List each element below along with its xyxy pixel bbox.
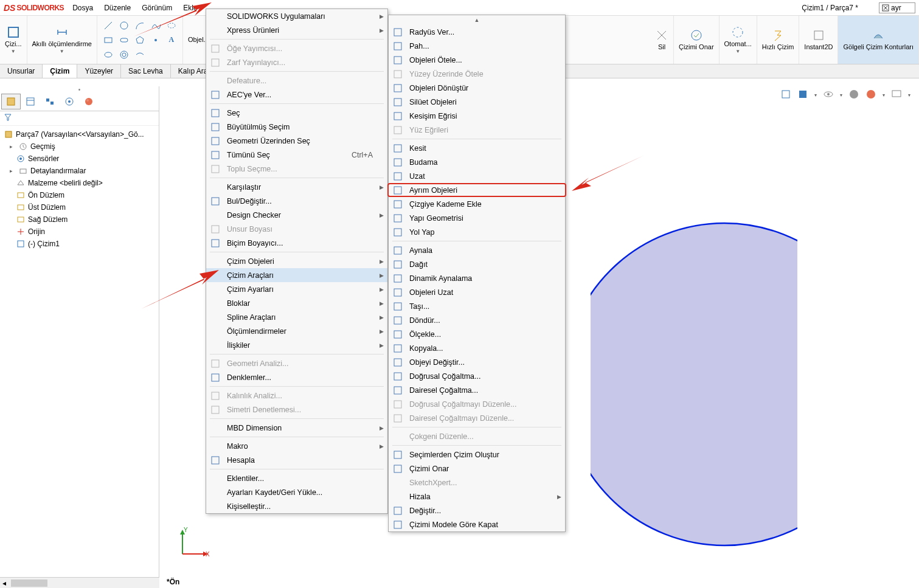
menu-item-ta[interactable]: Taşı... [389, 299, 565, 313]
menu-item-mbd-dimension[interactable]: MBD Dimension▶ [206, 421, 387, 435]
menu-item-d-nd-r[interactable]: Döndür... [389, 313, 565, 327]
filter-icon[interactable] [4, 113, 12, 122]
menu-item-do-rusal-o-altma[interactable]: Doğrusal Çoğaltma... [389, 369, 565, 383]
tree-right-plane[interactable]: Sağ Düzlem [1, 213, 158, 226]
slot-icon[interactable] [117, 33, 131, 47]
menu-item-xpress-r-nleri[interactable]: Xpress Ürünleri▶ [206, 23, 387, 37]
menu-item-ayr-m-objeleri[interactable]: Ayrım Objeleri [387, 183, 566, 197]
menu-file[interactable]: Dosya [72, 4, 93, 12]
panel-tab-property[interactable] [21, 94, 40, 109]
menu-item-kopyala[interactable]: Kopyala... [389, 341, 565, 355]
tab-sketch[interactable]: Çizim [43, 64, 77, 78]
tab-surfaces[interactable]: Yüzeyler [77, 64, 121, 78]
tool-smart-dimension[interactable]: Akıllı ölçümlendirme ▼ [27, 16, 97, 64]
tool-quick[interactable]: Hızlı Çizim [757, 16, 800, 64]
menu-item-objeleri-d-n-t-r[interactable]: Objeleri Dönüştür [389, 81, 565, 95]
tree-sensors[interactable]: Sensörler [1, 153, 158, 165]
tool-delete[interactable]: Sil [650, 16, 674, 64]
menu-item-dairesel-o-altma[interactable]: Dairesel Çoğaltma... [389, 383, 565, 397]
menu-item-bloklar[interactable]: Bloklar▶ [206, 296, 387, 310]
menu-item-geometri-zerinden-se[interactable]: Geometri Üzerinden Seç [206, 134, 387, 148]
panel-tab-dimxpert[interactable] [60, 94, 79, 109]
menu-item-izimi-onar[interactable]: Çizimi Onar [389, 462, 565, 476]
menu-item-aec-ye-ver[interactable]: AEC'ye Ver... [206, 88, 387, 102]
view-screen-icon[interactable] [891, 89, 902, 102]
tool-instant2d[interactable]: Instant2D [799, 16, 838, 64]
menu-item-hizala[interactable]: Hizala▶ [389, 489, 565, 503]
tab-features[interactable]: Unsurlar [0, 64, 43, 78]
menu-item-b-y-t-lm-se-im[interactable]: Büyütülmüş Seçim [206, 120, 387, 134]
menu-item-ayarlar-kaydet-geri-y-kle[interactable]: Ayarları Kaydet/Geri Yükle... [206, 485, 387, 499]
tree-sketch1[interactable]: (-) Çizim1 [1, 238, 158, 250]
ring-icon[interactable] [117, 48, 131, 61]
rect-icon[interactable] [101, 33, 116, 47]
menu-item-budama[interactable]: Budama [389, 155, 565, 169]
menu-scroll-up[interactable]: ▲ [389, 15, 565, 25]
menu-item-l-mlendirmeler[interactable]: Ölçümlendirmeler▶ [206, 324, 387, 338]
menu-edit[interactable]: Düzenle [104, 4, 131, 12]
view-solid-icon[interactable] [797, 89, 808, 102]
menu-item-da-t[interactable]: Dağıt [389, 257, 565, 271]
menu-item-uzat[interactable]: Uzat [389, 169, 565, 183]
menu-item-ki-iselle-tir[interactable]: Kişiselleştir... [206, 499, 387, 513]
menu-item-i-li-kiler[interactable]: İlişkiler▶ [206, 338, 387, 352]
menu-item-yol-yap[interactable]: Yol Yap [389, 225, 565, 239]
menu-item-se[interactable]: Seç [206, 106, 387, 120]
menu-item-izimi-modele-g-re-kapat[interactable]: Çizimi Modele Göre Kapat [389, 517, 565, 531]
menu-item-objeyi-de-i-tir[interactable]: Objeyi Değiştir... [389, 355, 565, 369]
menu-item-kesi-im-e-risi[interactable]: Kesişim Eğrisi [389, 109, 565, 123]
menu-item-objeleri-uzat[interactable]: Objeleri Uzat [389, 285, 565, 299]
tree-top-plane[interactable]: Üst Düzlem [1, 201, 158, 213]
view-cube-icon[interactable] [780, 89, 791, 102]
tool-repair[interactable]: Çizimi Onar [674, 16, 719, 64]
view-eye-icon[interactable] [823, 89, 834, 102]
menu-item-rady-s-ver[interactable]: Radyüs Ver... [389, 25, 565, 39]
view-sphere-icon[interactable] [848, 89, 859, 102]
panel-tab-display[interactable] [79, 94, 99, 109]
menu-item-l-ekle[interactable]: Ölçekle... [389, 327, 565, 341]
menu-item-makro[interactable]: Makro▶ [206, 439, 387, 453]
tab-sheetmetal[interactable]: Sac Levha [121, 64, 171, 78]
menu-item-label: Bloklar [227, 299, 250, 308]
tree-annotations[interactable]: ▸Detaylandırmalar [1, 165, 158, 177]
menu-item-dinamik-aynalama[interactable]: Dinamik Aynalama [389, 271, 565, 285]
menu-item-izim-ayarlar[interactable]: Çizim Ayarları▶ [206, 282, 387, 296]
curve-icon[interactable] [133, 48, 147, 61]
menu-item-objeleri-tele[interactable]: Objeleri Ötele... [389, 53, 565, 67]
tool-shaded-contours[interactable]: Gölgeli Çizim Konturları [838, 16, 919, 64]
menu-item-pah[interactable]: Pah... [389, 39, 565, 53]
search-box[interactable]: ayr [879, 2, 915, 13]
menu-item-aynala[interactable]: Aynala [389, 243, 565, 257]
panel-tab-feature-tree[interactable] [1, 94, 21, 109]
tree-front-plane[interactable]: Ön Düzlem [1, 189, 158, 201]
menu-item-spline-ara-lar[interactable]: Spline Araçları▶ [206, 310, 387, 324]
menu-item-izim-objeleri[interactable]: Çizim Objeleri▶ [206, 254, 387, 268]
menu-item-yap-geometrisi[interactable]: Yapı Geometrisi [389, 211, 565, 225]
tool-auto[interactable]: Otomat... ▼ [720, 16, 757, 64]
menu-item-bul-de-i-tir[interactable]: Bul/Değiştir... [206, 194, 387, 208]
menu-item-design-checker[interactable]: Design Checker▶ [206, 208, 387, 222]
menu-item-solidworks-uygulamalar[interactable]: SOLIDWORKS Uygulamaları▶ [206, 9, 387, 23]
menu-item-hesapla[interactable]: Hesapla [206, 453, 387, 467]
menu-item-de-i-tir[interactable]: Değiştir... [389, 503, 565, 517]
tree-origin[interactable]: Orijin [1, 226, 158, 238]
menu-item-se-imlerden-izim-olu-tur[interactable]: Seçimlerden Çizim Oluştur [389, 448, 565, 462]
menu-item-kar-la-t-r[interactable]: Karşılaştır▶ [206, 180, 387, 194]
menu-item-sil-et-objeleri[interactable]: Silüet Objeleri [389, 95, 565, 109]
panel-tab-config[interactable] [40, 94, 60, 109]
line-icon[interactable] [101, 19, 116, 32]
menu-item-kesit[interactable]: Kesit [389, 141, 565, 155]
menu-item-izgiye-kademe-ekle[interactable]: Çizgiye Kademe Ekle [389, 197, 565, 211]
menu-item-denklemler[interactable]: Denklemler... [206, 370, 387, 384]
view-appearance-icon[interactable] [865, 89, 876, 102]
tree-history[interactable]: ▸Geçmiş [1, 140, 158, 153]
tree-material[interactable]: Malzeme <belirli değil> [1, 177, 158, 189]
menu-item-t-m-n-se[interactable]: Tümünü SeçCtrl+A [206, 148, 387, 162]
menu-item-izim-ara-lar[interactable]: Çizim Araçları▶ [206, 268, 387, 282]
ellipse-icon[interactable] [101, 48, 116, 61]
menu-item-bi-im-boyay-c[interactable]: Biçim Boyayıcı... [206, 236, 387, 250]
circle-icon[interactable] [117, 19, 131, 32]
tool-sketch[interactable]: Çizi... ▼ [0, 16, 27, 64]
tree-root[interactable]: Parça7 (Varsayılan<<Varsayılan>_Gö... [1, 128, 158, 140]
menu-item-eklentiler[interactable]: Eklentiler... [206, 471, 387, 485]
